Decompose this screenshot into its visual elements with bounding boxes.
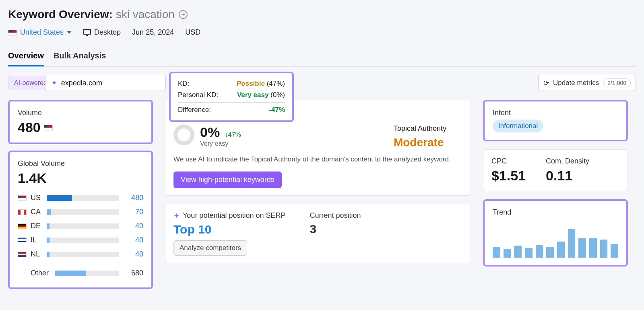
country-row[interactable]: DE 40 bbox=[18, 219, 143, 233]
trend-bar bbox=[525, 248, 533, 258]
trend-bar bbox=[600, 240, 608, 258]
volume-bar bbox=[47, 209, 119, 215]
intent-label: Intent bbox=[493, 109, 618, 117]
pkd-label: Personal KD: bbox=[178, 91, 218, 99]
trend-bar bbox=[493, 247, 500, 258]
pkd-pct: (0%) bbox=[270, 91, 285, 99]
trend-bar bbox=[536, 245, 543, 258]
other-volume: 680 bbox=[123, 269, 143, 277]
update-label: Update metrics bbox=[553, 79, 599, 87]
trend-bar bbox=[568, 229, 576, 258]
country-row-other[interactable]: Other 680 bbox=[18, 264, 143, 280]
diff-label: Difference: bbox=[178, 106, 211, 114]
country-volume: 40 bbox=[123, 222, 143, 230]
flag-us-icon bbox=[44, 125, 53, 130]
topical-authority-label: Topical Authority bbox=[394, 124, 446, 133]
country-selector[interactable]: United States bbox=[8, 28, 72, 37]
serp-card: ✦Your potential position on SERP Top 10 … bbox=[165, 204, 471, 263]
trend-bar bbox=[611, 244, 618, 258]
trend-bar bbox=[557, 242, 565, 258]
title-prefix: Keyword Overview: bbox=[8, 8, 113, 21]
trend-card: Trend bbox=[483, 199, 628, 267]
kd-rating: Possible bbox=[237, 80, 265, 87]
country-volume: 480 bbox=[123, 194, 143, 202]
desktop-icon bbox=[83, 29, 91, 36]
current-position-value: 3 bbox=[310, 222, 361, 236]
date-label: Jun 25, 2024 bbox=[132, 28, 174, 37]
kd-donut-icon bbox=[173, 124, 194, 145]
tabs: Overview Bulk Analysis bbox=[8, 49, 636, 67]
analyze-competitors-button[interactable]: Analyze competitors bbox=[173, 240, 247, 256]
kd-label: KD: bbox=[178, 80, 189, 88]
potential-position-value: Top 10 bbox=[173, 223, 286, 236]
kd-sublabel: Very easy bbox=[200, 140, 241, 147]
volume-bar bbox=[55, 271, 119, 276]
flag-nl-icon bbox=[18, 252, 27, 257]
cpc-label: CPC bbox=[491, 157, 526, 165]
global-volume-card: Global Volume 1.4K US 480 CA 70 DE 40 IL… bbox=[8, 151, 153, 289]
flag-us-icon bbox=[18, 195, 27, 201]
trend-bar bbox=[514, 246, 522, 258]
authority-description: We use AI to indicate the Topical Author… bbox=[173, 155, 462, 164]
country-code: DE bbox=[31, 222, 43, 230]
add-keyword-icon[interactable]: + bbox=[179, 10, 188, 19]
sparkle-icon: ✦ bbox=[51, 79, 57, 87]
country-code: IL bbox=[31, 236, 43, 244]
flag-ca-icon bbox=[18, 209, 27, 215]
potential-position-label: Your potential position on SERP bbox=[183, 211, 286, 220]
device-selector[interactable]: Desktop bbox=[83, 28, 121, 37]
country-volume: 40 bbox=[123, 250, 143, 258]
domain-text: expedia.com bbox=[61, 79, 102, 87]
pkd-rating: Very easy bbox=[237, 91, 268, 99]
domain-input[interactable]: ✦ expedia.com bbox=[45, 75, 166, 91]
intent-card: Intent Informational bbox=[483, 100, 628, 141]
update-metrics-button[interactable]: ⟳ Update metrics 2/1,000 bbox=[538, 75, 636, 91]
cpc-value: $1.51 bbox=[491, 168, 526, 184]
current-position-label: Current position bbox=[310, 211, 361, 220]
global-volume-label: Global Volume bbox=[18, 159, 143, 168]
page-title: Keyword Overview: ski vacation bbox=[8, 8, 175, 21]
volume-bar bbox=[47, 195, 119, 201]
volume-bar bbox=[47, 238, 119, 243]
country-volume: 40 bbox=[123, 236, 143, 244]
country-volume: 70 bbox=[123, 208, 143, 216]
country-code: US bbox=[31, 194, 43, 202]
kd-pct: (47%) bbox=[267, 80, 285, 87]
chevron-down-icon bbox=[67, 31, 72, 34]
volume-label: Volume bbox=[18, 109, 143, 117]
volume-card: Volume 480 bbox=[8, 100, 153, 144]
trend-label: Trend bbox=[493, 208, 618, 217]
country-row[interactable]: NL 40 bbox=[18, 247, 143, 261]
refresh-icon: ⟳ bbox=[543, 79, 549, 87]
density-value: 0.11 bbox=[546, 168, 589, 184]
global-volume-value: 1.4K bbox=[18, 170, 143, 186]
flag-de-icon bbox=[18, 223, 27, 229]
volume-bar bbox=[47, 252, 119, 257]
device-label: Desktop bbox=[94, 28, 121, 37]
kd-tooltip: KD: Possible (47%) Personal KD: Very eas… bbox=[169, 72, 294, 122]
currency-label: USD bbox=[185, 28, 200, 37]
flag-us-icon bbox=[8, 30, 17, 35]
trend-bar bbox=[546, 247, 554, 258]
trend-bar bbox=[578, 238, 586, 258]
flag-il-icon bbox=[18, 238, 27, 243]
volume-bar bbox=[47, 223, 119, 229]
country-row[interactable]: CA 70 bbox=[18, 205, 143, 219]
other-label: Other bbox=[31, 269, 51, 277]
trend-bar bbox=[589, 238, 597, 258]
view-high-potential-button[interactable]: View high-potential keywords bbox=[173, 172, 282, 188]
country-row[interactable]: IL 40 bbox=[18, 233, 143, 247]
volume-value: 480 bbox=[18, 120, 41, 135]
country-code: NL bbox=[31, 250, 43, 258]
tab-overview[interactable]: Overview bbox=[8, 49, 44, 66]
tab-bulk-analysis[interactable]: Bulk Analysis bbox=[54, 49, 106, 66]
density-label: Com. Density bbox=[546, 157, 589, 165]
intent-value[interactable]: Informational bbox=[493, 120, 543, 132]
svg-rect-1 bbox=[86, 35, 88, 36]
keyword-text: ski vacation bbox=[116, 8, 175, 21]
cpc-density-card: CPC $1.51 Com. Density 0.11 bbox=[483, 149, 628, 191]
diff-value: -47% bbox=[269, 106, 285, 114]
country-row[interactable]: US 480 bbox=[18, 191, 143, 205]
sparkle-icon: ✦ bbox=[173, 211, 180, 220]
country-code: CA bbox=[31, 208, 43, 216]
